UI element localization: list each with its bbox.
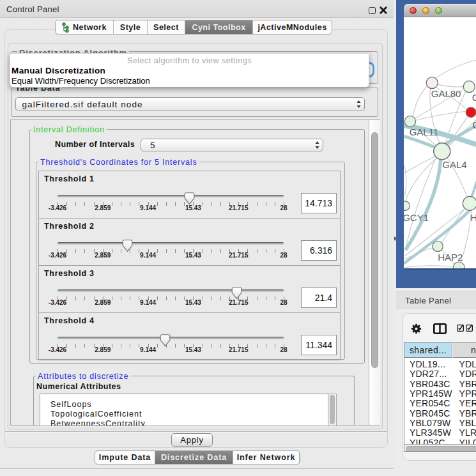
svg-text:GAL11: GAL11: [409, 127, 438, 137]
svg-text:GA: GA: [472, 92, 476, 103]
svg-text:C: C: [472, 119, 476, 130]
svg-text:H: H: [470, 212, 476, 223]
svg-text:GAL4: GAL4: [442, 159, 466, 170]
svg-text:HAP2: HAP2: [438, 252, 463, 263]
svg-text:GCY1: GCY1: [404, 212, 429, 223]
svg-text:GAL80: GAL80: [431, 88, 461, 99]
